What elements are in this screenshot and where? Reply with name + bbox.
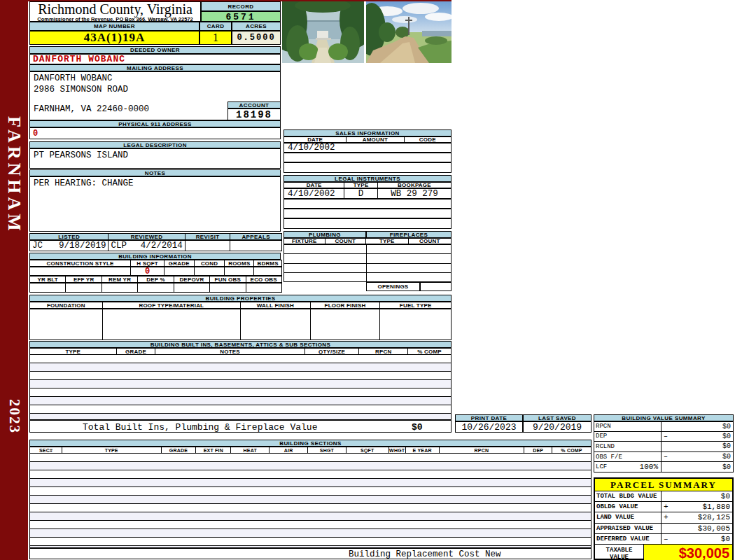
building-information-header: BUILDING INFORMATION [29, 253, 281, 260]
reviewed-by: CLP [111, 241, 127, 251]
review-value-row: JC 9/18/2019 CLP 4/2/2014 [29, 240, 282, 251]
bdrms-header: BDRMS [254, 260, 281, 266]
notes-header: NOTES [29, 169, 281, 176]
building-info-value-row-1: 0 [29, 267, 282, 276]
physical-address-header: PHYSICAL 911 ADDRESS [29, 120, 281, 127]
parcel-deferred-cell: – $0 [662, 534, 732, 544]
bvs-lcf-value: $0 [722, 463, 731, 471]
parcel-row-taxable: TAXABLE VALUE $30,005 [595, 545, 732, 560]
instr-type-1: D [344, 189, 378, 198]
mailing-line-1: DANFORTH WOBANC [34, 74, 113, 83]
plumbing-fireplace-header-row: FIXTURE COUNT TYPE COUNT [284, 238, 451, 244]
listed-date: 9/18/2019 [59, 241, 106, 251]
mailing-line-2: 2986 SIMONSON ROAD [34, 85, 128, 94]
fireplace-count-header: COUNT [409, 239, 451, 244]
builtins-comp-header: % COMP [408, 349, 451, 354]
parcel-obldg-op: + [664, 503, 668, 511]
builtins-header: BUILDING BUILT INS, BASEMENTS, ATTICS & … [29, 341, 451, 348]
record-header: RECORD [201, 1, 281, 11]
sales-row-1: 4/10/2002 [284, 143, 451, 153]
bvs-dep-value: $0 [722, 433, 731, 440]
card-header: CARD [200, 22, 232, 31]
sec-rpcn-header: RPCN [440, 447, 525, 453]
bvs-obs-value: $0 [722, 453, 731, 461]
fireplace-type-header: TYPE [366, 239, 409, 244]
sec-eyear-header: E YEAR [406, 447, 440, 453]
foundation-header: FOUNDATION [30, 302, 103, 308]
floor-finish-value [311, 309, 381, 340]
acres-value: 0.5000 [232, 31, 281, 45]
deeded-owner-name: DANFORTH WOBANC [29, 54, 281, 64]
mailing-line-3: FARNHAM, VA 22460-0000 [34, 104, 149, 114]
builtins-total-row: Total Built Ins, Plumbing & Fireplace Va… [29, 420, 451, 433]
instruments-row-1: 4/10/2002 D WB 29 279 [284, 188, 451, 199]
parcel-land-value: $28,125 [698, 513, 730, 522]
bvs-obs-cell: – $0 [662, 452, 734, 463]
sales-code-header: CODE [405, 137, 451, 142]
parcel-deferred-value: $0 [721, 535, 730, 543]
bvs-row-rpcn: RPCN $0 [594, 421, 734, 432]
physical-address-value: 0 [29, 127, 281, 139]
parcel-appraised-cell: $30,005 [662, 524, 732, 533]
builtins-header-row: TYPE GRADE NOTES QTY/SIZE RPCN % COMP [29, 348, 451, 355]
effyr-header: EFF YR [66, 276, 102, 282]
builtins-rpcn-header: RPCN [359, 349, 408, 354]
bvs-rpcn-value: $0 [722, 423, 731, 430]
bvs-lcf-pct: 100% [640, 463, 658, 471]
parcel-land-label: LAND VALUE [595, 512, 662, 522]
legal-description-value: PT PEARSONS ISLAND [29, 148, 281, 169]
building-info-header-row-2: YR BLT EFF YR REM YR DEP % DEPOVR FUN OB… [29, 276, 282, 283]
bvs-row-dep: DEP – $0 [594, 432, 734, 442]
grade-header: GRADE [164, 260, 195, 266]
building-value-summary-header: BUILDING VALUE SUMMARY [594, 414, 734, 421]
parcel-deferred-label: DEFERRED VALUE [595, 534, 662, 544]
builtins-grade-header: GRADE [117, 349, 156, 354]
sec-sqft-header: SQFT [346, 447, 389, 453]
taxable-value-label: TAXABLE VALUE [595, 545, 644, 560]
remyr-header: REM YR [102, 276, 138, 282]
grade-value [164, 267, 195, 275]
parcel-deferred-op: – [664, 535, 668, 543]
bvs-dep-cell: – $0 [662, 432, 734, 442]
rooms-value [225, 267, 254, 275]
property-photo-road [366, 1, 451, 63]
map-number-value: 43A(1)19A [29, 31, 200, 45]
property-record-card: FARNHAM 2023 Richmond County, Virginia C… [0, 0, 735, 560]
parcel-appraised-value: $30,005 [698, 524, 730, 533]
depovr-header: DEPOVR [174, 276, 210, 282]
building-info-value-row-2 [29, 283, 282, 293]
map-number-header: MAP NUMBER [29, 22, 200, 31]
openings-value [420, 282, 451, 291]
bvs-row-rclnd: RCLND $0 [594, 442, 734, 452]
rooms-header: ROOMS [225, 260, 254, 266]
revisit-cell [186, 241, 231, 251]
fireplaces-header: FIREPLACES [366, 231, 451, 238]
bvs-row-lcf: LCF 100% $0 [594, 462, 734, 472]
sec-extfin-header: EXT FIN [196, 447, 231, 453]
appeals-cell [230, 241, 281, 251]
sales-date-1: 4/10/2002 [288, 143, 335, 153]
bvs-rpcn-label: RPCN [594, 421, 662, 432]
builtins-qty-header: QTY/SIZE [305, 349, 360, 354]
builtins-total-label: Total Built Ins, Plumbing & Fireplace Va… [83, 422, 317, 433]
parcel-row-land: LAND VALUE + $28,125 [595, 512, 732, 523]
floor-finish-header: FLOOR FINISH [311, 302, 381, 308]
sections-header-row: SEC# TYPE GRADE EXT FIN HEAT AIR SHGT SQ… [29, 447, 592, 454]
parcel-row-obldg: OBLDG VALUE + $1,880 [595, 502, 732, 512]
fuel-type-value [380, 309, 451, 340]
sections-footer-row: Building Replacement Cost New [29, 548, 592, 559]
sec-shgt-header: SHGT [308, 447, 346, 453]
listed-cell: JC 9/18/2019 [30, 241, 108, 251]
bvs-obs-op: – [664, 453, 668, 461]
cond-value [195, 267, 225, 275]
listed-by: JC [32, 241, 43, 251]
reviewed-date: 4/2/2014 [141, 241, 183, 251]
sales-header-row: DATE AMOUNT CODE [284, 136, 451, 143]
last-saved-value: 9/20/2019 [523, 421, 592, 433]
record-number: 6571 [201, 11, 281, 22]
parcel-totalbldg-cell: $0 [662, 491, 732, 501]
properties-header-row: FOUNDATION ROOF TYPE/MATERIAL WALL FINIS… [29, 302, 451, 309]
bvs-rpcn-cell: $0 [662, 421, 734, 432]
instruments-row-4 [284, 218, 451, 229]
parcel-row-deferred: DEFERRED VALUE – $0 [595, 534, 732, 545]
